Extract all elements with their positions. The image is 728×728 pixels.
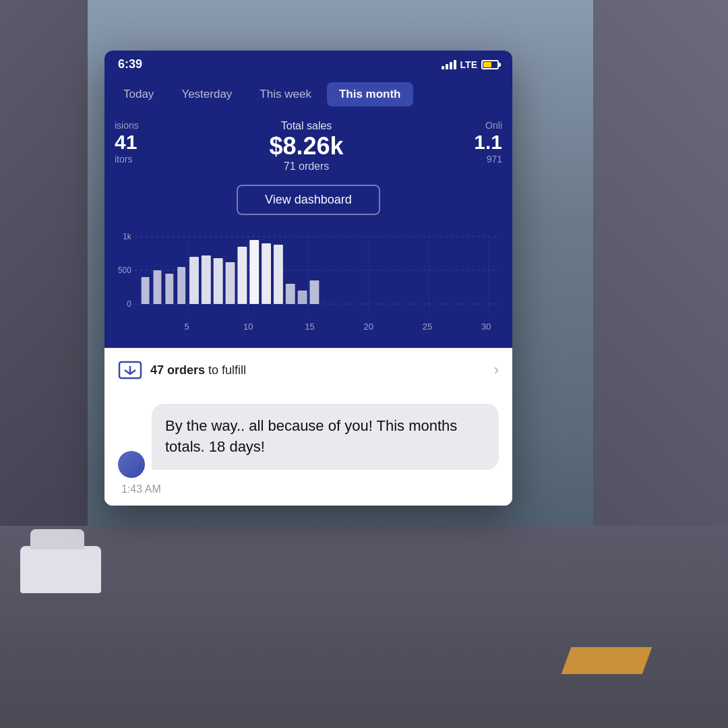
fulfill-text: 47 orders to fulfill	[150, 363, 246, 377]
avatar	[118, 451, 145, 478]
bar1	[442, 66, 444, 69]
svg-text:0: 0	[127, 299, 131, 309]
right-subvalue: 971	[474, 154, 502, 164]
status-icons: LTE	[442, 59, 499, 70]
svg-rect-9	[142, 277, 150, 304]
tab-this-month[interactable]: This month	[327, 82, 413, 107]
stats-row: isions 41 itors Total sales $8.26k 71 or…	[104, 113, 512, 179]
svg-text:30: 30	[481, 322, 491, 332]
svg-text:5: 5	[184, 322, 189, 332]
chart-area: 5 10 15 20 25 30 1k 500 0	[104, 223, 512, 348]
message-bubble: By the way.. all because of you! This mo…	[152, 404, 499, 470]
message-area: By the way.. all because of you! This mo…	[104, 392, 512, 506]
stat-right: Onli 1.1 971	[474, 120, 502, 164]
svg-rect-21	[286, 284, 295, 304]
avatar-row: By the way.. all because of you! This mo…	[118, 404, 499, 478]
svg-rect-16	[226, 262, 235, 304]
lte-label: LTE	[460, 59, 477, 70]
dashboard-area: Today Yesterday This week This month isi…	[104, 75, 512, 348]
chevron-right-icon: ›	[494, 361, 499, 379]
svg-text:20: 20	[364, 322, 373, 332]
svg-text:500: 500	[118, 266, 131, 275]
status-time: 6:39	[118, 57, 142, 71]
signal-bars-icon	[442, 60, 456, 69]
bar-chart: 5 10 15 20 25 30 1k 500 0	[115, 230, 502, 338]
svg-text:15: 15	[305, 322, 314, 332]
bar2	[446, 64, 448, 69]
car	[20, 546, 101, 593]
left-sublabel: itors	[115, 154, 139, 164]
fulfill-row[interactable]: 47 orders to fulfill ›	[104, 348, 512, 392]
stat-left: isions 41 itors	[115, 120, 139, 164]
svg-rect-20	[274, 245, 283, 304]
tab-yesterday[interactable]: Yesterday	[169, 82, 244, 107]
svg-rect-23	[309, 280, 319, 304]
fulfill-left: 47 orders to fulfill	[118, 359, 246, 381]
phone-wrapper: 6:39 LTE Today Yesterday This w	[104, 51, 512, 506]
svg-text:1k: 1k	[123, 232, 131, 241]
bar3	[450, 62, 452, 69]
svg-rect-14	[202, 255, 211, 304]
svg-rect-13	[189, 257, 199, 304]
view-dashboard-button[interactable]: View dashboard	[237, 185, 380, 215]
right-value: 1.1	[474, 131, 502, 154]
center-label: Total sales	[269, 120, 343, 132]
bar4	[454, 60, 456, 69]
orders-bold: 47 orders	[150, 363, 205, 377]
total-sales-value: $8.26k	[269, 132, 343, 160]
svg-rect-11	[165, 274, 173, 304]
svg-rect-17	[237, 247, 247, 304]
chart-container: 5 10 15 20 25 30 1k 500 0	[115, 230, 502, 338]
svg-rect-15	[214, 258, 223, 304]
status-bar: 6:39 LTE	[104, 51, 512, 75]
battery-fill	[483, 62, 491, 67]
left-label: isions	[115, 120, 139, 131]
road	[0, 526, 728, 728]
tab-today[interactable]: Today	[111, 82, 166, 107]
fulfill-icon	[118, 359, 142, 381]
svg-rect-22	[298, 291, 307, 304]
road-line	[562, 647, 653, 674]
battery-icon	[481, 60, 499, 69]
orders-rest: to fulfill	[205, 363, 246, 377]
svg-text:25: 25	[423, 322, 432, 332]
orders-count: 71 orders	[269, 160, 343, 173]
tab-bar: Today Yesterday This week This month	[104, 75, 512, 113]
tab-this-week[interactable]: This week	[247, 82, 324, 107]
svg-rect-10	[154, 270, 162, 304]
left-value: 41	[115, 131, 139, 154]
message-time: 1:43 AM	[118, 483, 499, 495]
message-text: By the way.. all because of you! This mo…	[165, 417, 457, 455]
right-label: Onli	[474, 120, 502, 131]
svg-text:10: 10	[243, 322, 253, 332]
svg-rect-12	[177, 267, 185, 304]
svg-rect-19	[262, 243, 271, 304]
svg-rect-18	[249, 240, 259, 304]
stat-center: Total sales $8.26k 71 orders	[269, 120, 343, 173]
